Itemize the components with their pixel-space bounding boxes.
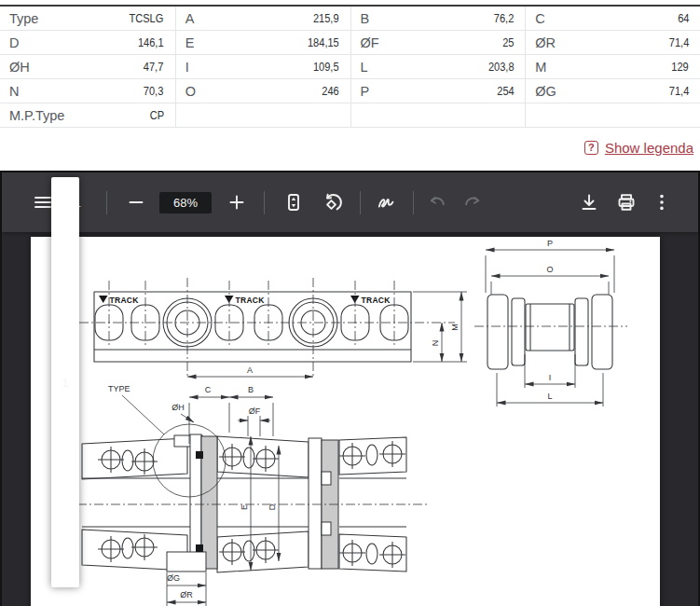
- undo-button: [423, 188, 451, 216]
- spec-label: C: [535, 11, 544, 26]
- spec-cell: TypeTCSLG: [0, 7, 175, 31]
- fit-page-button[interactable]: [280, 188, 308, 216]
- plus-icon: [226, 191, 248, 213]
- brand-text: TRACK: [236, 296, 266, 305]
- spec-cell: [350, 103, 526, 128]
- end-view: P O: [474, 239, 627, 406]
- dim-label-d: D: [268, 503, 277, 510]
- side-view: TRACK TRACK TRACK: [79, 278, 467, 379]
- zoom-in-button[interactable]: [223, 188, 251, 216]
- dim-label-e: E: [240, 504, 249, 510]
- pdf-page: TRACK TRACK TRACK: [31, 237, 660, 606]
- dim-label-c: C: [205, 385, 212, 394]
- spec-value: 146,1: [138, 35, 164, 49]
- help-icon[interactable]: ?: [584, 141, 598, 155]
- legend-row: ? Show legenda: [0, 136, 693, 158]
- toolbar-separator: [264, 191, 265, 214]
- pdf-viewer: 1 / 1 68%: [0, 171, 700, 606]
- spec-cell: E184,15: [175, 31, 350, 55]
- spec-cell: I109,5: [175, 55, 350, 79]
- pdf-canvas[interactable]: TRACK TRACK TRACK: [2, 232, 698, 606]
- toolbar-separator: [413, 191, 414, 214]
- show-legend-link[interactable]: Show legenda: [605, 140, 693, 156]
- spec-value: 71,4: [668, 35, 689, 49]
- page-number-input[interactable]: 1: [51, 177, 79, 587]
- spec-value: 76,2: [494, 11, 515, 25]
- spec-table: TypeTCSLG A215,9 B76,2 C64 D146,1 E184,1…: [0, 5, 700, 128]
- brand-logo: TRACK: [350, 296, 391, 305]
- spec-value: 215,9: [313, 11, 339, 25]
- toolbar-separator: [360, 191, 361, 214]
- print-icon: [615, 191, 638, 213]
- spec-value: 64: [678, 11, 689, 25]
- dim-label-or: ØR: [180, 590, 193, 599]
- spec-label: E: [185, 35, 195, 50]
- spec-label: ØR: [535, 35, 556, 50]
- spec-label: A: [185, 11, 195, 26]
- spec-label: B: [361, 11, 370, 26]
- spec-value: 71,4: [668, 84, 689, 98]
- spec-cell: A215,9: [175, 7, 350, 31]
- redo-icon: [461, 191, 484, 213]
- download-icon: [578, 191, 600, 213]
- spec-cell: D146,1: [0, 31, 175, 55]
- annotate-button[interactable]: [372, 188, 400, 216]
- dim-label-oh: ØH: [172, 403, 185, 412]
- minus-icon: [125, 191, 147, 213]
- dim-label-of: ØF: [249, 406, 261, 416]
- spec-label: N: [9, 84, 19, 99]
- dim-label-m: M: [450, 324, 460, 331]
- fit-page-icon: [282, 191, 305, 213]
- spec-label: M.P.Type: [9, 108, 64, 123]
- spec-cell: ØF25: [350, 31, 526, 55]
- spec-value: 70,3: [144, 84, 164, 98]
- spec-label: L: [361, 60, 368, 75]
- technical-drawing: TRACK TRACK TRACK: [31, 237, 660, 606]
- toolbar-separator: [106, 191, 107, 214]
- rotate-ccw-icon: [322, 191, 344, 213]
- spec-cell: [175, 103, 350, 128]
- print-button[interactable]: [612, 188, 640, 216]
- dim-label-og: ØG: [167, 573, 180, 583]
- dim-label-o: O: [546, 265, 553, 274]
- dim-label-b: B: [248, 385, 254, 394]
- zoom-out-button[interactable]: [122, 188, 150, 216]
- zoom-level-input[interactable]: 68%: [159, 192, 212, 213]
- spec-label: Type: [9, 11, 38, 26]
- spec-label: D: [9, 35, 19, 50]
- spec-cell: ØG71,4: [525, 79, 700, 103]
- spec-value: 246: [322, 84, 338, 98]
- spec-value: 109,5: [313, 60, 339, 74]
- spec-cell: N70,3: [0, 79, 175, 103]
- spec-cell: M.P.TypeCP: [0, 103, 175, 128]
- rotate-button[interactable]: [319, 188, 347, 216]
- dim-label-n: N: [431, 340, 440, 347]
- spec-cell: ØH47,7: [0, 55, 175, 79]
- spec-value: 129: [672, 60, 689, 74]
- spec-value: 47,7: [144, 60, 164, 74]
- spec-cell: L203,8: [350, 55, 526, 79]
- callout-label-type: TYPE: [108, 384, 130, 393]
- brand-logo: TRACK: [99, 296, 139, 305]
- spec-value: 184,15: [308, 35, 339, 49]
- spec-label: O: [185, 84, 196, 99]
- brand-text: TRACK: [362, 296, 391, 305]
- spec-cell: P254: [350, 79, 526, 103]
- download-button[interactable]: [575, 188, 603, 216]
- spec-label: M: [535, 60, 546, 75]
- product-spec-page: TypeTCSLG A215,9 B76,2 C64 D146,1 E184,1…: [0, 0, 700, 606]
- brand-logo: TRACK: [225, 296, 265, 305]
- spec-value: 25: [502, 35, 514, 49]
- spec-cell: O246: [175, 79, 350, 103]
- brand-text: TRACK: [110, 296, 140, 305]
- undo-icon: [426, 191, 448, 213]
- more-options-button[interactable]: [648, 188, 676, 216]
- pen-squiggle-icon: [375, 191, 397, 213]
- spec-cell: C64: [525, 7, 700, 31]
- spec-label: ØF: [361, 35, 379, 50]
- spec-cell: M129: [525, 55, 700, 79]
- plan-view: TYPE C B ØH ØF: [77, 384, 430, 606]
- spec-label: P: [361, 84, 370, 99]
- spec-cell: B76,2: [350, 7, 526, 31]
- spec-label: I: [185, 60, 189, 75]
